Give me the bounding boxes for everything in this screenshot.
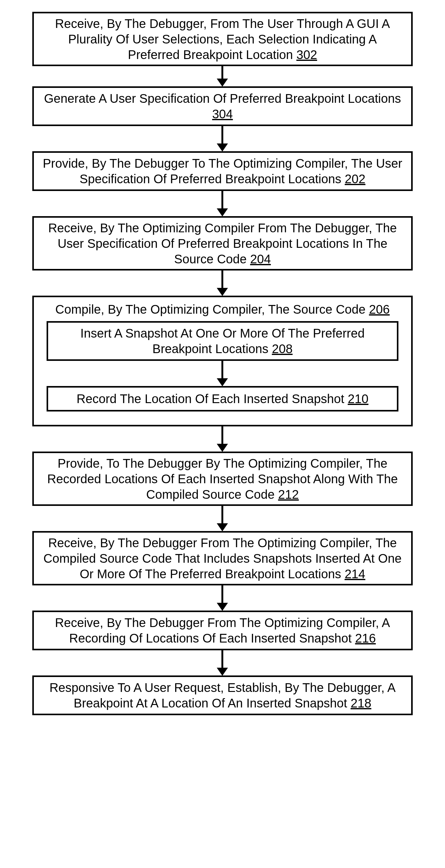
step-204: Receive, By The Optimizing Compiler From… (32, 216, 413, 271)
step-202: Provide, By The Debugger To The Optimizi… (32, 151, 413, 191)
step-212: Provide, To The Debugger By The Optimizi… (32, 452, 413, 506)
step-212-label: Provide, To The Debugger By The Optimizi… (41, 456, 404, 502)
step-216-label: Receive, By The Debugger From The Optimi… (41, 615, 404, 646)
step-304: Generate A User Specification Of Preferr… (32, 86, 413, 126)
step-304-label: Generate A User Specification Of Preferr… (41, 91, 404, 122)
step-210-label: Record The Location Of Each Inserted Sna… (77, 391, 369, 406)
step-216: Receive, By The Debugger From The Optimi… (32, 611, 413, 650)
step-214: Receive, By The Debugger From The Optimi… (32, 531, 413, 585)
step-202-label: Provide, By The Debugger To The Optimizi… (41, 156, 404, 187)
step-218-label: Responsive To A User Request, Establish,… (41, 680, 404, 711)
step-302: Receive, By The Debugger, From The User … (32, 12, 413, 66)
step-208: Insert A Snapshot At One Or More Of The … (46, 321, 399, 361)
step-218: Responsive To A User Request, Establish,… (32, 676, 413, 715)
step-204-label: Receive, By The Optimizing Compiler From… (41, 220, 404, 267)
step-206-label: Compile, By The Optimizing Compiler, The… (55, 302, 390, 317)
step-208-label: Insert A Snapshot At One Or More Of The … (54, 326, 391, 356)
flowchart-canvas: Receive, By The Debugger, From The User … (0, 0, 445, 868)
step-214-label: Receive, By The Debugger From The Optimi… (41, 535, 404, 582)
step-210: Record The Location Of Each Inserted Sna… (46, 386, 399, 411)
step-302-label: Receive, By The Debugger, From The User … (41, 16, 404, 62)
